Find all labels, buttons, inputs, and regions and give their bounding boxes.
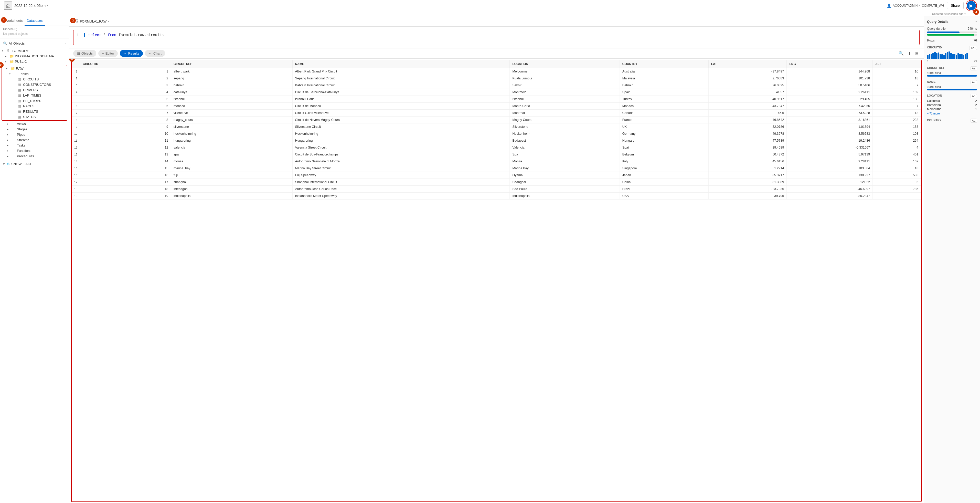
histogram-bar [929,54,930,59]
col-header-alt[interactable]: ALT [873,60,921,68]
layout-button[interactable]: ⊞ [914,50,920,57]
cell-numeric: 2.76083 [708,75,787,82]
cell-numeric: 45.6156 [708,158,787,165]
snowflake-row[interactable]: ▾ ❄ SNOWFLAKE [0,160,69,168]
cell-text: Hockenheimring [292,131,510,137]
cell-numeric: 13 [80,151,171,158]
cell-text: Indianapolis Motor Speedway [292,193,510,199]
tree-item-streams[interactable]: ▸ Streams [0,137,69,143]
table-row: 33bahrainBahrain International CircuitSa… [72,82,921,89]
query-duration-row: Query duration 240ms [927,27,977,30]
tree-item-raw[interactable]: ▾ 📁 RAW [2,66,67,71]
tab-editor[interactable]: ≡ Editor [98,50,118,57]
table-row: 1414monzaAutodromo Nazionale di MonzaMon… [72,158,921,165]
tree-item-views[interactable]: ▸ Views [0,121,69,127]
chart-tab-icon: 〰 [148,51,152,55]
results-wrap: 5 CIRCUITID CIRCUITREF NAME LOCATION [69,59,924,503]
tree-item-results[interactable]: ▦ RESULTS [2,109,67,114]
cell-text: bahrain [171,82,293,89]
tab-objects[interactable]: ▦ Objects [73,50,96,57]
cell-numeric: 16 [80,172,171,179]
cursor-indicator [84,33,85,37]
update-status[interactable]: Updated 20 seconds ago ▾ [932,12,966,15]
panel-more-icon[interactable]: ··· [974,19,977,24]
snowflake-chevron: ▾ [3,162,5,166]
search-button[interactable]: 🔍 [897,50,905,57]
col-header-country[interactable]: COUNTRY [620,60,708,68]
cell-numeric: 29.405 [787,96,873,103]
col-header-circuitid[interactable]: CIRCUITID [80,60,171,68]
sql-editor[interactable]: 1 select * from formula1.raw.circuits [73,30,920,45]
table-row: 88magny_coursCircuit de Nevers Magny-Cou… [72,116,921,123]
cell-text: indianapolis [171,193,293,199]
col-header-lat[interactable]: LAT [708,60,787,68]
tree-item-stages[interactable]: ▸ Stages [0,127,69,132]
tree-item-formula1[interactable]: ▾ 🗄 FORMULA1 [0,48,69,54]
tree-item-pit-stops[interactable]: ▦ PIT_STOPS [2,98,67,103]
tab-databases[interactable]: Databases [25,16,45,25]
tree-item-lap-times[interactable]: ▦ LAP_TIMES [2,93,67,98]
chevron-views: ▸ [7,123,11,125]
circuitref-label: CIRCUITREF [927,66,945,69]
table-circuits-icon: ▦ [18,77,22,81]
tree-item-info-schema[interactable]: ▸ 📁 INFORMATION_SCHEMA [0,54,69,59]
svg-rect-0 [8,6,9,8]
location-more-link[interactable]: + 71 more [927,112,977,115]
top-bar: 2022-12-22 4:06pm ▾ 👤 ACCOUNTADMIN • COM… [0,0,980,11]
col-header-location[interactable]: LOCATION [510,60,620,68]
tab-chart[interactable]: 〰 Chart [145,50,165,57]
tree-item-circuits[interactable]: ▦ CIRCUITS [2,76,67,82]
cell-numeric: 8 [80,116,171,123]
cell-text: Spain [620,89,708,96]
col-header-lng[interactable]: LNG [787,60,873,68]
cell-numeric: 17 [80,179,171,186]
all-objects-label: 🔍 All Objects [3,41,25,45]
histogram-bar [941,54,943,59]
share-button[interactable]: Share [947,2,964,9]
all-objects-row[interactable]: 🔍 All Objects ··· [0,40,69,47]
db-icon: 🗄 [6,49,11,53]
tab-results[interactable]: → Results [120,50,143,57]
tree-item-public[interactable]: ▸ 📁 PUBLIC [0,59,69,64]
home-button[interactable] [4,2,12,10]
tree-item-tables[interactable]: ▾ Tables [2,71,67,76]
duration-progress-green [927,34,977,36]
annotation-4: 4 [974,9,979,15]
cell-numeric: 138.927 [787,172,873,179]
update-row: Updated 20 seconds ago ▾ 4 [0,11,980,16]
tree-item-constructors[interactable]: ▦ CONSTRUCTORS [2,82,67,88]
cell-numeric: 46.8642 [708,116,787,123]
objects-tab-icon: ▦ [77,51,80,55]
circuitid-histogram [927,51,977,59]
col-header-circuitref[interactable]: CIRCUITREF [171,60,293,68]
location-name: Melbourne [927,107,942,111]
sidebar: 1 Worksheets Databases Pinned (0) No pin… [0,16,69,503]
run-button[interactable]: ▶ [967,1,976,10]
download-button[interactable]: ⬇ [907,50,912,57]
cell-numeric: 103 [873,131,921,137]
cell-numeric: 228 [873,116,921,123]
tree-item-drivers[interactable]: ▦ DRIVERS [2,88,67,93]
tree-item-status[interactable]: ▦ STATUS [2,114,67,119]
cell-text: catalunya [171,89,293,96]
row-number: 5 [72,96,80,103]
cell-text: albert_park [171,68,293,75]
cell-text: Fuji Speedway [292,172,510,179]
tree-item-procedures[interactable]: ▸ Procedures [0,153,69,159]
cell-numeric: 2 [80,75,171,82]
db-badge[interactable]: 🗄 FORMULA1.RAW ▾ [73,18,111,24]
cell-text: Circuit de Nevers Magny-Cours [292,116,510,123]
country-section: COUNTRY Aa [927,119,977,123]
duration-progress [927,32,977,33]
circuitref-header-row: CIRCUITREF Aa [927,66,977,70]
more-icon[interactable]: ··· [62,41,66,46]
cell-text: Valencia [510,144,620,151]
results-table-container[interactable]: CIRCUITID CIRCUITREF NAME LOCATION COUNT… [72,60,921,501]
col-header-name[interactable]: NAME [292,60,510,68]
tree-item-tasks[interactable]: ▸ Tasks [0,143,69,148]
histogram-bar [940,54,941,59]
tree-item-pipes[interactable]: ▸ Pipes [0,132,69,137]
tree-item-functions[interactable]: ▸ Functions [0,148,69,153]
tree-item-races[interactable]: ▦ RACES [2,103,67,109]
circuitid-range: 1 79 [927,60,977,63]
